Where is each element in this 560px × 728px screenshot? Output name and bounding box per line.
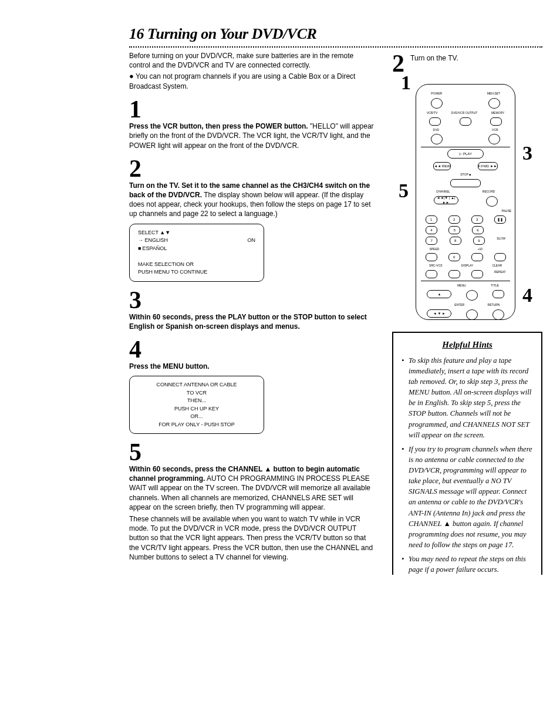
enter-label: ENTER [454,303,464,307]
hint-2: If you try to program channels when ther… [402,444,533,550]
bullet-icon: ● [129,72,134,80]
rew-button[interactable]: ◄◄ REW [433,162,451,170]
srcvcs-label: SRC-VCS [429,264,443,268]
remote-control-diagram: 1 3 4 5 POWERMEN.SET VCR/TVDVD/VCR OUTPU… [416,84,515,320]
step-5-bold-a: Within 60 seconds, press the CHANNEL [129,465,264,473]
num-5[interactable]: 5 [448,226,460,234]
num-7[interactable]: 7 [426,237,437,245]
vcrtv-label: VCR/TV [427,111,437,115]
intro-text: Before turning on your DVD/VCR, make sur… [129,51,376,70]
return-button[interactable] [492,309,504,320]
num-1[interactable]: 1 [426,215,437,224]
step-number-5: 5 [129,440,376,464]
step-1-bold: Press the VCR button, then press the POW… [129,122,308,130]
nav-lr-button[interactable]: ◄ ▼ ► [427,309,451,318]
num-6[interactable]: 6 [472,226,484,234]
num-0[interactable]: 0 [448,253,460,261]
dvd-label: DVD [433,128,440,132]
step-number-4: 4 [129,337,376,362]
onscreen-display-2: CONNECT ANTENNA OR CABLE TO VCR THEN... … [129,376,264,434]
menset-button[interactable] [488,98,500,109]
srcvcs-button[interactable] [426,270,437,278]
memory-button[interactable] [490,117,502,126]
channel-button[interactable]: ◄◄|▼ | ▲|►► [434,196,458,204]
screen1-espanol: ESPAÑOL [138,245,167,251]
ffwd-button[interactable]: F.FWD ►► [478,162,498,170]
title-button[interactable] [492,290,504,298]
p10-button[interactable] [471,253,483,261]
onscreen-display-1: SELECT ENGLISH ESPAÑOL ON MAKE SELECTION… [129,224,264,282]
repeat-label: REPEAT [494,270,506,278]
callout-4: 4 [522,282,532,309]
power-button[interactable] [431,98,443,109]
p10-label: +10 [478,247,483,251]
display-button[interactable] [448,270,460,278]
clear-label: CLEAR [492,264,502,268]
screen2-l4: PUSH CH UP KEY [138,405,255,413]
pause-button[interactable]: ❚❚ [494,215,506,224]
speed-button[interactable] [426,253,437,261]
stop-label: STOP ■ [420,173,511,177]
step-number-2: 2 [129,156,376,181]
clear-button[interactable] [471,270,483,278]
num-2[interactable]: 2 [448,215,460,224]
right-column: 2 Turn on the TV. 1 3 4 5 POWERMEN.SET V… [392,51,542,578]
play-button[interactable]: ▷ PLAY [447,149,484,159]
helpful-hints-box: Helpful Hints To skip this feature and p… [392,332,542,575]
enter-button[interactable] [466,309,478,320]
screen2-l5: OR... [138,413,255,421]
dvdvcr-button[interactable] [460,117,471,126]
left-column: Before turning on your DVD/VCR, make sur… [129,51,376,578]
slow-button[interactable] [494,253,506,261]
step-5-text2: These channels will be available when yo… [129,514,376,562]
memory-label: MEMORY [491,111,504,115]
speed-label: SPEED [429,247,439,251]
callout-1: 1 [401,69,411,96]
vcr-button[interactable] [488,134,500,144]
num-8[interactable]: 8 [450,237,461,245]
nav-up-button[interactable]: ▲ [427,290,451,298]
hints-title: Helpful Hints [402,339,533,352]
step-2-body: Turn on the TV. Set it to the same chann… [129,181,376,219]
dvdvcr-label: DVD/VCR OUTPUT [451,111,477,115]
chevron-up-icon: ▲ [441,520,451,528]
num-9[interactable]: 9 [473,237,485,245]
step-number-3: 3 [129,288,376,312]
callout-3: 3 [522,140,532,167]
slow-label: SLOW [497,237,505,245]
num-4[interactable]: 4 [426,226,437,234]
hint-1: To skip this feature and play a tape imm… [402,355,533,440]
menset-label: MEN.SET [487,92,500,96]
step-4-body: Press the MENU button. [129,362,376,371]
screen2-l2: TO VCR [138,389,255,397]
hint-3: You may need to repeat the steps on this… [402,554,533,575]
right-step-2-text: Turn on the TV. [410,51,458,63]
screen1-push: PUSH MENU TO CONTINUE [138,268,255,277]
record-label: RECORD [483,190,495,194]
step-number-1: 1 [129,97,376,122]
step-3-bold: Within 60 seconds, press the PLAY button… [129,313,367,331]
page-title: 16 Turning on Your DVD/VCR [129,23,542,44]
chevron-up-icon: ▲ [264,465,271,473]
power-label: POWER [431,92,442,96]
title-divider [129,46,542,48]
screen1-make: MAKE SELECTION OR [138,261,255,269]
menu-button[interactable] [466,290,478,301]
dvd-button[interactable] [431,134,443,144]
hint-2a: If you try to program channels when ther… [409,445,532,528]
title-label: TITLE [491,284,499,288]
vcrtv-button[interactable] [429,117,441,126]
stop-button[interactable] [450,179,481,187]
screen1-on: ON [248,237,256,252]
screen2-l1: CONNECT ANTENNA OR CABLE [138,381,255,389]
screen2-l6: FOR PLAY ONLY - PUSH STOP [138,421,255,429]
menu-label: MENU [457,284,466,288]
num-3[interactable]: 3 [471,215,483,224]
vcr-label: VCR [492,128,498,132]
screen1-select: SELECT [138,229,255,237]
record-button[interactable] [486,196,498,207]
disp-label: DISPLAY [461,264,474,268]
step-4-bold: Press the MENU button. [129,362,210,370]
step-1-body: Press the VCR button, then press the POW… [129,122,376,150]
return-label: RETURN [488,303,500,307]
